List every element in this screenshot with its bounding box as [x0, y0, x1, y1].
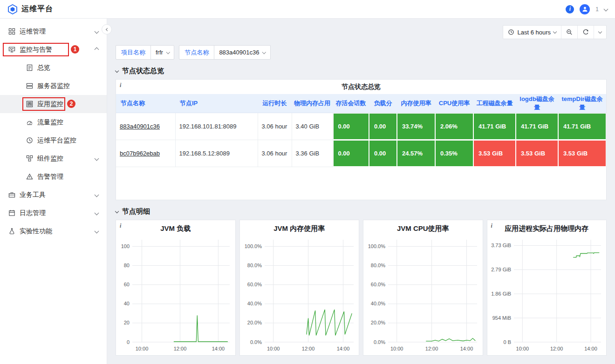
panel-info-icon[interactable]: i	[491, 222, 492, 229]
project-filter: 项目名称 frfr	[116, 45, 174, 60]
metric-cell: 41.71 GiB	[516, 113, 558, 140]
main-content: Last 6 hours	[107, 19, 615, 364]
sidebar-item-label: 流量监控	[37, 118, 63, 127]
node-memory-cell: 3.36 GiB	[292, 140, 333, 167]
section-title: 节点状态总览	[122, 67, 164, 75]
sidebar-item-component-monitoring[interactable]: 组件监控	[0, 149, 107, 168]
sidebar-item-monitoring-alerts[interactable]: 监控与告警 1	[0, 40, 107, 59]
section-node-status-overview[interactable]: 节点状态总览	[116, 67, 607, 75]
sidebar-item-label: 日志管理	[20, 209, 46, 217]
column-header[interactable]: 工程磁盘余量	[473, 94, 516, 113]
metric-cell: 0.00	[333, 113, 369, 140]
metric-cell: 41.71 GiB	[473, 113, 516, 140]
dashboard-toolbar: Last 6 hours	[503, 25, 607, 39]
warning-icon	[26, 173, 33, 180]
chevron-down-icon	[598, 30, 602, 34]
process-memory-chart[interactable]: 0 B954 MiB1.86 GiB2.79 GiB3.73 GiB10:001…	[489, 235, 605, 354]
node-uptime-cell: 3.06 hour	[258, 140, 292, 167]
panel-info-icon[interactable]: i	[120, 222, 121, 229]
server-icon	[26, 82, 33, 89]
column-header[interactable]: CPU使用率	[435, 94, 473, 113]
jvm-cpu-chart[interactable]: 0.0%20.0%40.0%60.0%80.0%100.0%10:0012:00…	[365, 235, 481, 354]
zoom-out-button[interactable]	[561, 26, 578, 39]
column-header[interactable]: 节点IP	[175, 94, 258, 113]
column-header[interactable]: 节点名称	[116, 94, 175, 113]
sidebar-item-label: 运维平台监控	[37, 136, 76, 145]
svg-text:12:00: 12:00	[302, 346, 315, 351]
panel-info-icon[interactable]: i	[120, 82, 121, 89]
svg-text:10:00: 10:00	[390, 346, 403, 351]
jvm-memory-chart[interactable]: 0.0%20.0%40.0%60.0%80.0%100.0%10:0012:00…	[241, 235, 357, 354]
refresh-button[interactable]	[578, 26, 594, 39]
metric-cell: 0.00	[333, 140, 369, 167]
time-range-picker[interactable]: Last 6 hours	[503, 26, 561, 39]
node-name-cell[interactable]: 883a40901c36	[116, 113, 175, 140]
node-name-cell[interactable]: bc07b962ebab	[116, 140, 175, 167]
node-status-panel: i 节点状态总览 节点名称节点IP运行时长物理内存占用存活会话数负载分内存使用率…	[116, 79, 607, 200]
sidebar-item-platform-monitoring[interactable]: 运维平台监控	[0, 131, 107, 149]
sidebar-item-business-tools[interactable]: 业务工具	[0, 186, 107, 204]
column-header[interactable]: 存活会话数	[333, 94, 369, 113]
svg-text:10:00: 10:00	[136, 346, 149, 351]
chart-title[interactable]: JVM 内存使用率	[241, 222, 358, 234]
sidebar-item-alert-management[interactable]: 告警管理	[0, 168, 107, 186]
sidebar-item-server-monitoring[interactable]: 服务器监控	[0, 77, 107, 95]
sidebar-item-label: 服务器监控	[37, 82, 70, 90]
time-range-label: Last 6 hours	[517, 29, 551, 36]
chevron-down-icon	[95, 193, 99, 197]
section-node-details[interactable]: 节点明细	[116, 207, 607, 216]
column-header[interactable]: 负载分	[369, 94, 397, 113]
node-table-title[interactable]: 节点状态总览	[116, 80, 606, 94]
column-header[interactable]: logdb磁盘余量	[516, 94, 558, 113]
avatar[interactable]	[580, 4, 590, 14]
project-filter-label: 项目名称	[116, 46, 151, 59]
node-ip-cell: 192.168.101.81:8089	[175, 113, 258, 140]
sidebar-item-ops-management[interactable]: 运维管理	[0, 22, 107, 40]
jvm-load-chart[interactable]: 02040608010010:0012:0014:00	[117, 235, 233, 354]
svg-text:12:00: 12:00	[425, 346, 438, 351]
grid-icon	[8, 28, 15, 35]
briefcase-icon	[8, 191, 15, 198]
sidebar-item-log-management[interactable]: 日志管理	[0, 204, 107, 222]
svg-text:14:00: 14:00	[584, 346, 597, 351]
metric-cell: 0.00	[369, 113, 397, 140]
project-filter-select[interactable]: frfr	[151, 46, 174, 59]
sidebar-item-app-monitoring[interactable]: 应用监控 2	[0, 95, 107, 113]
user-menu-chevron-icon[interactable]	[604, 7, 608, 12]
user-icon	[582, 6, 588, 12]
column-header[interactable]: 物理内存占用	[292, 94, 333, 113]
node-uptime-cell: 3.06 hour	[258, 113, 292, 140]
info-icon[interactable]: i	[566, 5, 574, 13]
chart-title[interactable]: JVM CPU使用率	[365, 222, 481, 234]
node-name-link[interactable]: 883a40901c36	[120, 123, 160, 130]
refresh-interval-dropdown[interactable]	[594, 26, 606, 39]
svg-text:20.0%: 20.0%	[371, 320, 385, 325]
column-header[interactable]: tempDir磁盘余量	[558, 94, 606, 113]
metric-cell: 3.53 GiB	[473, 140, 516, 167]
svg-text:60: 60	[124, 282, 130, 287]
column-header[interactable]: 内存使用率	[397, 94, 435, 113]
svg-text:40.0%: 40.0%	[371, 301, 385, 306]
node-memory-cell: 3.40 GiB	[292, 113, 333, 140]
app-title: 运维平台	[21, 4, 53, 14]
annotation-step-2: 2	[67, 100, 75, 108]
sidebar-collapse-button[interactable]	[102, 24, 112, 34]
node-name-link[interactable]: bc07b962ebab	[120, 150, 160, 157]
metric-cell: 0.00	[369, 140, 397, 167]
svg-text:12:00: 12:00	[550, 346, 563, 351]
jvm-memory-panel: JVM 内存使用率 0.0%20.0%40.0%60.0%80.0%100.0%…	[239, 220, 360, 356]
sidebar-item-traffic-monitoring[interactable]: 流量监控	[0, 113, 107, 131]
chevron-down-icon	[166, 50, 170, 54]
svg-text:14:00: 14:00	[336, 346, 349, 351]
column-header[interactable]: 运行时长	[258, 94, 292, 113]
chart-title[interactable]: JVM 负载	[117, 222, 234, 234]
table-row: 883a40901c36192.168.101.81:80893.06 hour…	[116, 113, 606, 140]
collapse-chevron-icon	[115, 209, 119, 213]
sidebar-item-experimental-features[interactable]: 实验性功能	[0, 222, 107, 240]
node-filter-select[interactable]: 883a40901c36	[214, 46, 270, 59]
chart-title[interactable]: 应用进程实际占用物理内存	[489, 222, 605, 234]
table-header-row: 节点名称节点IP运行时长物理内存占用存活会话数负载分内存使用率CPU使用率工程磁…	[116, 94, 606, 113]
calendar-icon	[8, 209, 15, 216]
sidebar-item-label: 运维管理	[20, 27, 46, 36]
sidebar-item-overview[interactable]: 总览	[0, 59, 107, 77]
